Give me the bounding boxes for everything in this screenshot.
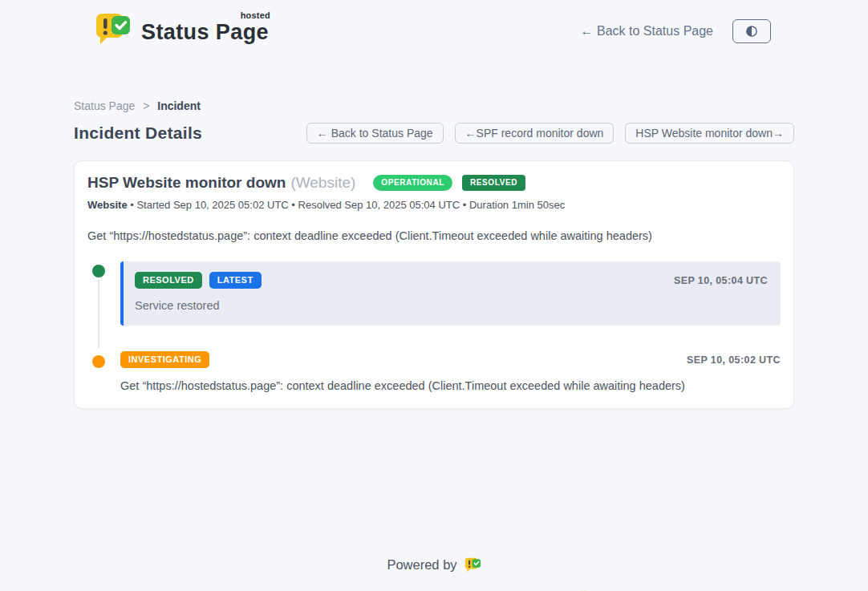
next-incident-button[interactable]: HSP Website monitor down→: [625, 123, 794, 144]
incident-timeline: RESOLVED LATEST SEP 10, 05:04 UTC Servic…: [87, 261, 781, 392]
timeline-message: Service restored: [135, 299, 768, 312]
brand-superscript: hosted: [241, 10, 270, 20]
circle-half-icon: [744, 24, 759, 38]
operational-badge: OPERATIONAL: [373, 175, 452, 191]
powered-by: Powered by: [0, 557, 868, 573]
breadcrumb-current: Incident: [157, 99, 201, 112]
incident-scope: (Website): [290, 174, 355, 192]
brand-name: Status Pagehosted: [141, 12, 269, 45]
meta-resolved: Resolved Sep 10, 2025 05:04 UTC: [298, 199, 460, 211]
breadcrumb-root[interactable]: Status Page: [74, 99, 135, 112]
theme-toggle-button[interactable]: [732, 19, 771, 43]
powered-by-label: Powered by: [387, 557, 456, 573]
incident-description: Get “https://hostedstatus.page”: context…: [87, 229, 781, 242]
resolved-status-badge: RESOLVED: [135, 272, 202, 289]
statuspage-bubble-icon: [95, 11, 132, 45]
meta-duration: Duration 1min 50sec: [469, 199, 565, 211]
breadcrumb: Status Page > Incident: [74, 99, 794, 112]
header: Status Pagehosted ← Back to Status Page: [0, 0, 868, 45]
header-right: ← Back to Status Page: [581, 19, 771, 43]
timeline-message: Get “https://hostedstatus.page”: context…: [120, 379, 781, 392]
header-back-link[interactable]: ← Back to Status Page: [581, 24, 713, 38]
brand-logo[interactable]: Status Pagehosted: [95, 11, 269, 45]
footer: Powered by © 2025-10-08 14:10:34.772084 …: [0, 557, 868, 591]
timeline-dot-resolved: [92, 265, 105, 277]
investigating-status-badge: INVESTIGATING: [120, 351, 209, 368]
incident-title: HSP Website monitor down: [87, 174, 286, 192]
timeline-dot-investigating: [92, 355, 105, 368]
page-title: Incident Details: [74, 123, 202, 143]
meta-separator: •: [289, 199, 298, 211]
timeline-timestamp: SEP 10, 05:04 UTC: [674, 275, 768, 286]
breadcrumb-separator: >: [143, 99, 149, 112]
title-row: Incident Details ← Back to Status Page ←…: [74, 123, 794, 144]
incident-meta: Website • Started Sep 10, 2025 05:02 UTC…: [87, 199, 781, 211]
timeline-entry-investigating: INVESTIGATING SEP 10, 05:02 UTC Get “htt…: [87, 351, 781, 392]
latest-badge: LATEST: [209, 272, 262, 289]
back-to-status-page-button[interactable]: ← Back to Status Page: [306, 123, 444, 144]
timeline-entry-head: INVESTIGATING SEP 10, 05:02 UTC: [120, 351, 781, 368]
statuspage-bubble-icon-small[interactable]: [464, 557, 481, 573]
prev-incident-button[interactable]: ←SPF record monitor down: [455, 123, 614, 144]
meta-started: Started Sep 10, 2025 05:02 UTC: [136, 199, 288, 211]
resolved-badge: RESOLVED: [462, 175, 525, 191]
meta-separator: •: [128, 199, 137, 211]
timeline-timestamp: SEP 10, 05:02 UTC: [687, 354, 781, 366]
incident-card: HSP Website monitor down (Website) OPERA…: [74, 160, 794, 409]
incident-title-row: HSP Website monitor down (Website) OPERA…: [87, 174, 781, 192]
timeline-entry-head: RESOLVED LATEST SEP 10, 05:04 UTC: [135, 272, 768, 289]
incident-nav-buttons: ← Back to Status Page ←SPF record monito…: [306, 123, 794, 144]
meta-component: Website: [87, 199, 128, 211]
meta-separator: •: [460, 199, 469, 211]
timeline-entry-resolved: RESOLVED LATEST SEP 10, 05:04 UTC Servic…: [87, 261, 781, 326]
timeline-latest-box: RESOLVED LATEST SEP 10, 05:04 UTC Servic…: [120, 261, 781, 326]
incident-badges: OPERATIONAL RESOLVED: [373, 175, 525, 191]
